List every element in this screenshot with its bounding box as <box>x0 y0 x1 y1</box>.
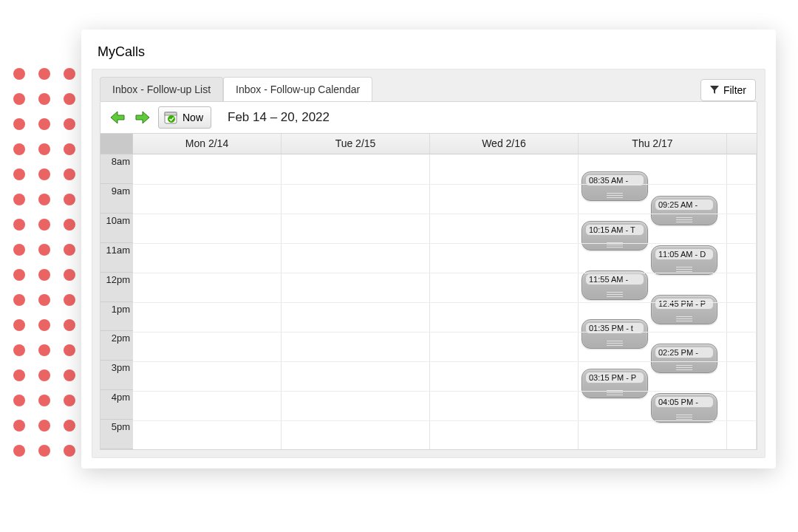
calendar-check-icon <box>163 110 178 125</box>
drag-handle-icon <box>676 217 692 222</box>
now-label: Now <box>183 112 203 123</box>
event-time-label: 10:15 AM - T <box>585 224 644 236</box>
workspace: Inbox - Follow-up List Inbox - Follow-up… <box>92 69 765 458</box>
calendar-event[interactable]: 04:05 PM - <box>651 393 717 423</box>
tab-followup-calendar[interactable]: Inbox - Follow-up Calendar <box>223 77 372 101</box>
event-time-label: 12:45 PM - P <box>655 298 714 310</box>
svg-point-2 <box>168 115 175 123</box>
page-title: MyCalls <box>81 30 776 69</box>
calendar-event[interactable]: 01:35 PM - t <box>582 319 648 349</box>
event-time-label: 04:05 PM - <box>655 396 714 408</box>
event-time-label: 11:55 AM - <box>585 273 644 285</box>
drag-handle-icon <box>676 267 692 272</box>
filter-button[interactable]: Filter <box>700 79 756 101</box>
tabs-row: Inbox - Follow-up List Inbox - Follow-up… <box>92 69 765 101</box>
drag-handle-icon <box>676 316 692 321</box>
decorative-dots <box>13 68 75 457</box>
calendar-event[interactable]: 09:25 AM - <box>651 196 717 225</box>
arrow-right-icon <box>134 110 151 125</box>
svg-rect-1 <box>165 112 177 115</box>
mycalls-panel: MyCalls Inbox - Follow-up List Inbox - F… <box>81 30 776 468</box>
day-header-wed: Wed 2/16 <box>430 134 579 154</box>
day-header-thu: Thu 2/17 <box>579 134 727 154</box>
time-label: 4pm <box>100 390 133 420</box>
tab-followup-list[interactable]: Inbox - Follow-up List <box>100 77 223 101</box>
event-time-label: 02:25 PM - <box>655 347 714 358</box>
time-column-header <box>100 134 133 154</box>
time-label: 12pm <box>100 273 133 302</box>
date-range: Feb 14 – 20, 2022 <box>228 110 330 125</box>
time-label: 5pm <box>100 420 133 449</box>
calendar-event[interactable]: 08:35 AM - <box>582 171 648 201</box>
time-column: 8am9am10am11am12pm1pm2pm3pm4pm5pm <box>100 154 133 449</box>
time-label: 3pm <box>100 361 133 390</box>
drag-handle-icon <box>676 365 692 370</box>
drag-handle-icon <box>607 193 623 198</box>
calendar-event[interactable]: 03:15 PM - P <box>582 369 648 398</box>
calendar-event[interactable]: 12:45 PM - P <box>651 295 717 324</box>
time-label: 11am <box>100 243 133 273</box>
day-columns: 08:35 AM - 09:25 AM - 10:15 AM - T11:05 … <box>133 154 757 449</box>
time-label: 10am <box>100 214 133 243</box>
time-label: 8am <box>100 154 133 184</box>
calendar-event[interactable]: 02:25 PM - <box>651 344 717 373</box>
drag-handle-icon <box>676 415 692 420</box>
prev-week-button[interactable] <box>108 109 127 126</box>
time-label: 1pm <box>100 302 133 332</box>
day-header-mon: Mon 2/14 <box>133 134 282 154</box>
calendar-event[interactable]: 11:05 AM - D <box>651 245 717 275</box>
tab-label: Inbox - Follow-up Calendar <box>236 83 360 95</box>
arrow-left-icon <box>109 110 126 125</box>
calendar-event[interactable]: 10:15 AM - T <box>582 221 648 250</box>
filter-label: Filter <box>723 84 746 96</box>
event-time-label: 11:05 AM - D <box>655 248 714 260</box>
drag-handle-icon <box>607 341 623 346</box>
tab-label: Inbox - Follow-up List <box>112 83 211 95</box>
calendar-event[interactable]: 11:55 AM - <box>582 270 648 300</box>
event-time-label: 09:25 AM - <box>655 199 714 211</box>
now-button[interactable]: Now <box>158 106 211 129</box>
calendar-toolbar: Now Feb 14 – 20, 2022 <box>100 101 757 134</box>
calendar-grid: 8am9am10am11am12pm1pm2pm3pm4pm5pm 08:35 … <box>100 154 757 450</box>
filter-icon <box>710 86 719 95</box>
day-header-fri-cut <box>727 134 757 154</box>
day-header-tue: Tue 2/15 <box>282 134 430 154</box>
next-week-button[interactable] <box>133 109 152 126</box>
time-label: 2pm <box>100 331 133 361</box>
drag-handle-icon <box>607 292 623 297</box>
time-label: 9am <box>100 184 133 214</box>
event-time-label: 03:15 PM - P <box>585 372 644 383</box>
day-header-row: Mon 2/14 Tue 2/15 Wed 2/16 Thu 2/17 <box>100 134 757 154</box>
